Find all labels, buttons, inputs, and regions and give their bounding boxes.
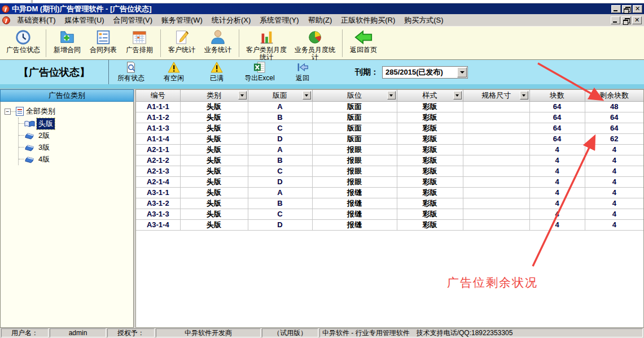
menu-item[interactable]: 统计分析(X) [207, 14, 255, 27]
artifact-tick [31, 0, 32, 3]
toolbar-button[interactable]: 合同列表 [85, 28, 121, 59]
menu-item[interactable]: 基础资料(T) [12, 14, 60, 27]
table-row[interactable]: A2-1-3头版C报眼彩版44 [136, 166, 643, 176]
column-header-label: 规格尺寸 [481, 91, 511, 99]
minimize-button[interactable] [611, 5, 621, 13]
column-header-label: 剩余块数 [599, 91, 629, 99]
menu-item[interactable]: 合同管理(V) [109, 14, 157, 27]
table-row[interactable]: A2-1-1头版A报眼彩版44 [136, 144, 643, 155]
cell-样式: 彩版 [397, 209, 463, 219]
filter-state-button[interactable]: 有空闲 [156, 61, 191, 84]
toolbar-button-label: 合同列表 [90, 46, 117, 54]
status-cell: （试用版） [262, 328, 318, 337]
table-row[interactable]: A2-1-2头版B报眼彩版44 [136, 155, 643, 166]
menu-item[interactable]: 系统管理(Y) [255, 14, 303, 27]
cell-规格尺寸 [463, 198, 529, 209]
cell-版面: C [248, 209, 312, 219]
cell-剩余块数: 64 [585, 123, 643, 133]
filter-state-button[interactable]: 已满 [199, 61, 234, 84]
cell-编号: A2-1-2 [136, 155, 180, 166]
mdi-restore-button[interactable] [621, 16, 631, 24]
filter-state-button[interactable]: 返回 [285, 61, 320, 84]
section-band: 【广告位状态】 所有状态有空闲已满导出Excel返回 刊期： 285/2015(… [0, 60, 644, 84]
table-row[interactable]: A3-1-3头版C报缝彩版44 [136, 209, 643, 219]
chevron-down-icon [305, 94, 308, 97]
collapse-icon[interactable]: − [5, 109, 11, 115]
ad-slot-table: 编号类别版面版位样式规格尺寸块数剩余块数 A1-1-1头版A版面彩版6448A1… [136, 90, 643, 231]
column-header-label: 版位 [347, 91, 362, 99]
toolbar-button[interactable]: 广告位状态 [3, 28, 43, 59]
cell-编号: A3-1-1 [136, 187, 180, 198]
person-icon [209, 29, 227, 46]
table-row[interactable]: A1-1-3头版C版面彩版6464 [136, 123, 643, 133]
mdi-minimize-button[interactable] [611, 16, 620, 24]
table-row[interactable]: A3-1-4头版D报缝彩版44 [136, 219, 643, 230]
toolbar-button[interactable]: 业务统计 [200, 28, 236, 59]
cell-样式: 彩版 [397, 112, 463, 123]
cell-剩余块数: 62 [585, 133, 643, 144]
pencil-doc-icon [173, 29, 191, 46]
tree-item-3版[interactable]: 3版 [19, 141, 132, 153]
search-doc-icon [125, 62, 137, 73]
table-row[interactable]: A2-1-4头版D报眼彩版44 [136, 176, 643, 187]
window-title: 中异DM (期刊)广告管理软件 - [广告位状态] [12, 4, 609, 14]
column-filter-button[interactable] [520, 91, 528, 99]
cell-版位: 报缝 [312, 219, 397, 230]
mdi-close-button[interactable] [632, 16, 642, 24]
menu-items: 基础资料(T)媒体管理(U)合同管理(V)账务管理(W)统计分析(X)系统管理(… [12, 14, 448, 27]
column-filter-button[interactable] [303, 91, 311, 99]
menu-item[interactable]: 帮助(Z) [304, 14, 337, 27]
tree-item-4版[interactable]: 4版 [19, 153, 132, 165]
column-filter-button[interactable] [387, 91, 396, 99]
cell-样式: 彩版 [397, 155, 463, 166]
cell-块数: 64 [529, 112, 585, 123]
toolbar-button-label: 客户统计 [168, 46, 195, 54]
return-arrow-icon [296, 62, 309, 73]
status-bar: 用户名：admin授权予：中异软件开发商（试用版）中异软件 - 行业专用管理软件… [0, 328, 644, 338]
section-band-strip [0, 84, 644, 89]
cell-规格尺寸 [463, 144, 529, 155]
toolbar-button[interactable]: 新增合同 [49, 28, 85, 59]
column-filter-button[interactable] [238, 91, 247, 99]
table-row[interactable]: A1-1-2头版B版面彩版6464 [136, 112, 643, 123]
menu-item[interactable]: 购买方式(S) [400, 14, 448, 27]
open-book-icon [24, 120, 34, 128]
close-button[interactable] [633, 5, 642, 13]
contract-list-icon [94, 29, 112, 46]
table-row[interactable]: A1-1-1头版A版面彩版6448 [136, 101, 643, 112]
cell-样式: 彩版 [397, 187, 463, 198]
toolbar-button[interactable]: 广告排期 [121, 28, 157, 59]
combo-dropdown-button[interactable] [457, 67, 467, 77]
toolbar-button[interactable]: 客户统计 [164, 28, 200, 59]
cell-版位: 版面 [312, 123, 397, 133]
table-row[interactable]: A3-1-1头版A报缝彩版44 [136, 187, 643, 198]
column-filter-button[interactable] [453, 91, 462, 99]
filter-state-button[interactable]: 导出Excel [242, 61, 277, 84]
issue-combobox[interactable]: 285/2015(已发布) [382, 66, 468, 79]
filter-state-button[interactable]: 所有状态 [113, 61, 148, 84]
filter-state-button-label: 所有状态 [117, 73, 144, 83]
column-header-样式: 样式 [397, 90, 463, 101]
tree-item-头版[interactable]: 头版 [19, 118, 132, 129]
table-row[interactable]: A3-1-2头版B报缝彩版44 [136, 198, 643, 209]
menu-item[interactable]: 正版软件购买(R) [336, 14, 400, 27]
cell-块数: 4 [529, 176, 585, 187]
column-header-类别: 类别 [180, 90, 248, 101]
table-row[interactable]: A1-1-4头版D版面彩版6462 [136, 133, 643, 144]
tree-item-2版[interactable]: 2版 [19, 129, 132, 141]
menu-item[interactable]: 媒体管理(U) [60, 14, 109, 27]
cell-版面: A [248, 144, 312, 155]
toolbar-button[interactable]: 返回首页 [345, 28, 382, 59]
column-header-版位: 版位 [312, 90, 397, 101]
cell-编号: A2-1-3 [136, 166, 180, 176]
tree-root-all-categories[interactable]: − 全部类别 [2, 105, 132, 118]
cell-编号: A2-1-1 [136, 144, 180, 155]
toolbar-button[interactable]: 业务员月度统计 [291, 28, 339, 59]
menu-item[interactable]: 账务管理(W) [157, 14, 207, 27]
cell-版位: 报缝 [312, 198, 397, 209]
restore-button[interactable] [622, 5, 632, 13]
toolbar-button[interactable]: 客户类别月度统计 [242, 28, 291, 59]
column-header-编号: 编号 [136, 90, 180, 101]
status-cell: 用户名： [1, 328, 49, 337]
cell-编号: A2-1-4 [136, 176, 180, 187]
